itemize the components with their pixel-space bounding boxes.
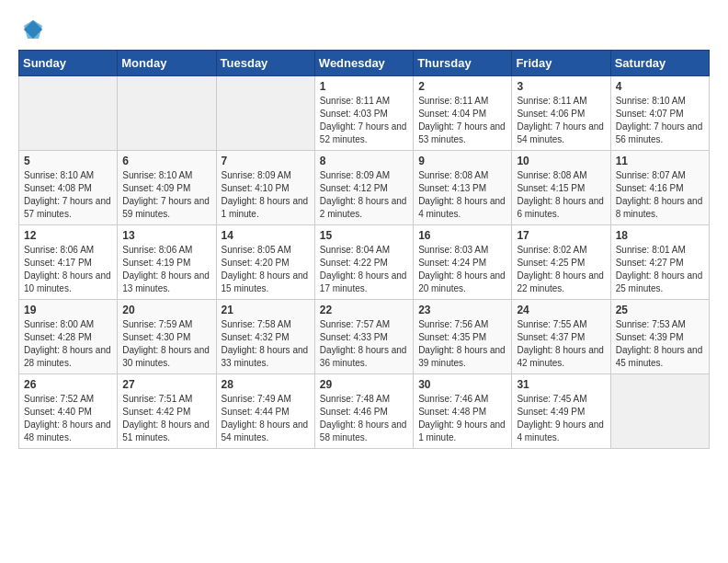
day-info: Sunrise: 8:10 AM Sunset: 4:08 PM Dayligh… [24,169,112,221]
day-info: Sunrise: 7:55 AM Sunset: 4:37 PM Dayligh… [517,318,605,370]
day-number: 8 [320,155,408,167]
calendar-cell: 31Sunrise: 7:45 AM Sunset: 4:49 PM Dayli… [512,374,610,449]
day-info: Sunrise: 7:57 AM Sunset: 4:33 PM Dayligh… [320,318,408,370]
day-number: 14 [222,229,310,242]
calendar-week-row: 19Sunrise: 8:00 AM Sunset: 4:28 PM Dayli… [19,300,710,374]
page-header [18,18,710,40]
calendar-cell: 10Sunrise: 8:08 AM Sunset: 4:15 PM Dayli… [512,151,610,225]
calendar-cell: 24Sunrise: 7:55 AM Sunset: 4:37 PM Dayli… [512,300,610,374]
calendar-cell: 30Sunrise: 7:46 AM Sunset: 4:48 PM Dayli… [414,374,512,449]
calendar-cell: 29Sunrise: 7:48 AM Sunset: 4:46 PM Dayli… [314,374,413,449]
day-number: 7 [222,155,310,167]
calendar-cell: 26Sunrise: 7:52 AM Sunset: 4:40 PM Dayli… [19,374,118,449]
calendar-cell: 13Sunrise: 8:06 AM Sunset: 4:19 PM Dayli… [118,225,216,300]
calendar-cell: 15Sunrise: 8:04 AM Sunset: 4:22 PM Dayli… [314,225,413,300]
day-number: 13 [122,229,210,242]
calendar-cell: 4Sunrise: 8:10 AM Sunset: 4:07 PM Daylig… [610,76,709,151]
day-info: Sunrise: 8:11 AM Sunset: 4:06 PM Dayligh… [517,95,605,146]
day-number: 30 [418,378,506,391]
calendar-cell [19,76,118,151]
day-info: Sunrise: 8:05 AM Sunset: 4:20 PM Dayligh… [222,244,310,295]
calendar-cell: 8Sunrise: 8:09 AM Sunset: 4:12 PM Daylig… [314,151,413,225]
calendar-cell: 22Sunrise: 7:57 AM Sunset: 4:33 PM Dayli… [314,300,413,374]
calendar-cell: 20Sunrise: 7:59 AM Sunset: 4:30 PM Dayli… [118,300,216,374]
day-number: 19 [24,304,112,316]
calendar-cell [118,76,216,151]
day-info: Sunrise: 8:06 AM Sunset: 4:19 PM Dayligh… [122,244,210,295]
calendar-cell: 23Sunrise: 7:56 AM Sunset: 4:35 PM Dayli… [414,300,512,374]
day-number: 31 [517,378,605,391]
day-info: Sunrise: 7:53 AM Sunset: 4:39 PM Dayligh… [616,318,704,370]
calendar-header-friday: Friday [512,51,610,76]
calendar-table: SundayMondayTuesdayWednesdayThursdayFrid… [18,50,710,449]
calendar-cell [610,374,709,449]
calendar-cell: 11Sunrise: 8:07 AM Sunset: 4:16 PM Dayli… [610,151,709,225]
calendar-cell: 28Sunrise: 7:49 AM Sunset: 4:44 PM Dayli… [216,374,314,449]
day-number: 5 [24,155,112,167]
calendar-cell: 27Sunrise: 7:51 AM Sunset: 4:42 PM Dayli… [118,374,216,449]
calendar-header-monday: Monday [118,51,216,76]
day-info: Sunrise: 8:00 AM Sunset: 4:28 PM Dayligh… [24,318,112,370]
calendar-cell: 14Sunrise: 8:05 AM Sunset: 4:20 PM Dayli… [216,225,314,300]
day-number: 10 [517,155,605,167]
calendar-cell: 25Sunrise: 7:53 AM Sunset: 4:39 PM Dayli… [610,300,709,374]
day-info: Sunrise: 7:51 AM Sunset: 4:42 PM Dayligh… [122,393,210,444]
calendar-header-row: SundayMondayTuesdayWednesdayThursdayFrid… [19,51,710,76]
day-number: 18 [616,229,704,242]
day-number: 29 [320,378,408,391]
calendar-week-row: 26Sunrise: 7:52 AM Sunset: 4:40 PM Dayli… [19,374,710,449]
calendar-week-row: 12Sunrise: 8:06 AM Sunset: 4:17 PM Dayli… [19,225,710,300]
calendar-header-tuesday: Tuesday [216,51,314,76]
calendar-cell: 16Sunrise: 8:03 AM Sunset: 4:24 PM Dayli… [414,225,512,300]
day-info: Sunrise: 8:09 AM Sunset: 4:10 PM Dayligh… [222,169,310,221]
calendar-header-sunday: Sunday [19,51,118,76]
day-number: 26 [24,378,112,391]
day-info: Sunrise: 7:49 AM Sunset: 4:44 PM Dayligh… [222,393,310,444]
day-number: 21 [222,304,310,316]
calendar-cell: 18Sunrise: 8:01 AM Sunset: 4:27 PM Dayli… [610,225,709,300]
day-number: 20 [122,304,210,316]
calendar-cell: 17Sunrise: 8:02 AM Sunset: 4:25 PM Dayli… [512,225,610,300]
day-number: 23 [418,304,506,316]
calendar-week-row: 5Sunrise: 8:10 AM Sunset: 4:08 PM Daylig… [19,151,710,225]
day-number: 4 [616,80,704,93]
calendar-header-thursday: Thursday [414,51,512,76]
calendar-cell: 1Sunrise: 8:11 AM Sunset: 4:03 PM Daylig… [314,76,413,151]
day-number: 9 [418,155,506,167]
calendar-cell: 7Sunrise: 8:09 AM Sunset: 4:10 PM Daylig… [216,151,314,225]
day-info: Sunrise: 8:10 AM Sunset: 4:07 PM Dayligh… [616,95,704,146]
day-number: 2 [418,80,506,93]
day-number: 3 [517,80,605,93]
logo-text [18,18,44,40]
day-info: Sunrise: 7:56 AM Sunset: 4:35 PM Dayligh… [418,318,506,370]
day-number: 15 [320,229,408,242]
day-info: Sunrise: 8:07 AM Sunset: 4:16 PM Dayligh… [616,169,704,221]
svg-marker-1 [24,20,42,39]
day-number: 16 [418,229,506,242]
day-number: 22 [320,304,408,316]
day-number: 17 [517,229,605,242]
day-info: Sunrise: 7:46 AM Sunset: 4:48 PM Dayligh… [418,393,506,444]
day-info: Sunrise: 8:08 AM Sunset: 4:15 PM Dayligh… [517,169,605,221]
calendar-week-row: 1Sunrise: 8:11 AM Sunset: 4:03 PM Daylig… [19,76,710,151]
logo [18,18,44,40]
logo-icon [22,18,44,40]
calendar-header-saturday: Saturday [610,51,709,76]
calendar-cell: 19Sunrise: 8:00 AM Sunset: 4:28 PM Dayli… [19,300,118,374]
day-info: Sunrise: 7:48 AM Sunset: 4:46 PM Dayligh… [320,393,408,444]
calendar-cell: 21Sunrise: 7:58 AM Sunset: 4:32 PM Dayli… [216,300,314,374]
day-number: 25 [616,304,704,316]
day-info: Sunrise: 8:06 AM Sunset: 4:17 PM Dayligh… [24,244,112,295]
day-info: Sunrise: 8:04 AM Sunset: 4:22 PM Dayligh… [320,244,408,295]
calendar-cell: 6Sunrise: 8:10 AM Sunset: 4:09 PM Daylig… [118,151,216,225]
day-info: Sunrise: 8:11 AM Sunset: 4:03 PM Dayligh… [320,95,408,146]
calendar-header-wednesday: Wednesday [314,51,413,76]
day-info: Sunrise: 8:03 AM Sunset: 4:24 PM Dayligh… [418,244,506,295]
day-info: Sunrise: 7:45 AM Sunset: 4:49 PM Dayligh… [517,393,605,444]
day-number: 11 [616,155,704,167]
day-number: 12 [24,229,112,242]
calendar-cell [216,76,314,151]
day-info: Sunrise: 8:10 AM Sunset: 4:09 PM Dayligh… [122,169,210,221]
calendar-cell: 5Sunrise: 8:10 AM Sunset: 4:08 PM Daylig… [19,151,118,225]
calendar-cell: 9Sunrise: 8:08 AM Sunset: 4:13 PM Daylig… [414,151,512,225]
